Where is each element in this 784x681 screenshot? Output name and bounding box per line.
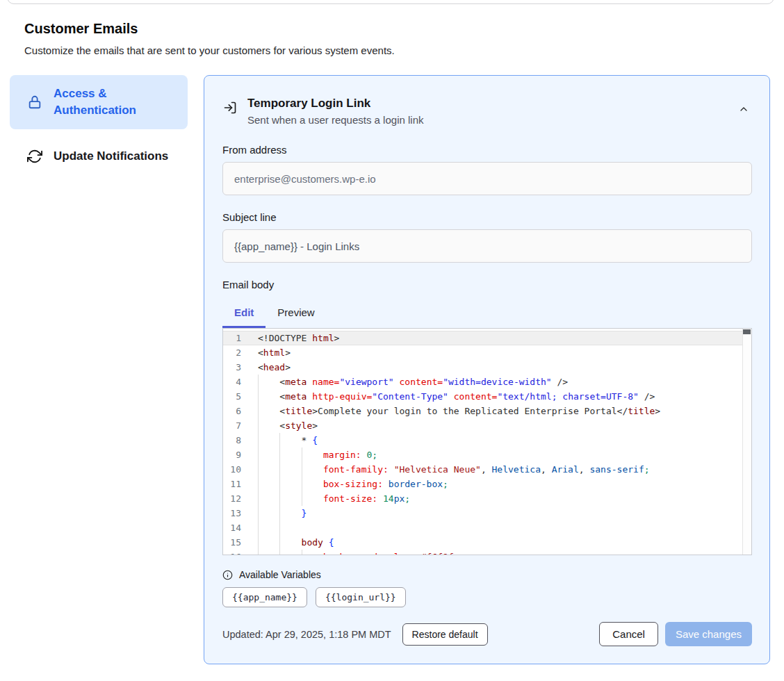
- line-number: 11: [223, 477, 258, 491]
- line-number: 7: [223, 418, 258, 433]
- editor-scrollbar-thumb[interactable]: [743, 329, 751, 334]
- code-line: 3<head>: [223, 360, 742, 375]
- temporary-login-link-panel: Temporary Login Link Sent when a user re…: [204, 75, 770, 664]
- email-types-sidebar: Access & AuthenticationUpdate Notificati…: [10, 75, 188, 174]
- tab-preview[interactable]: Preview: [266, 300, 326, 328]
- line-number: 1: [223, 331, 258, 345]
- email-body-label: Email body: [222, 279, 752, 290]
- sidebar-item-label: Access & Authentication: [54, 85, 177, 119]
- line-number: 16: [223, 550, 258, 555]
- cancel-button[interactable]: Cancel: [599, 622, 658, 646]
- from-address-label: From address: [222, 144, 752, 156]
- code-line: 11box-sizing: border-box;: [223, 477, 742, 491]
- panel-subtitle: Sent when a user requests a login link: [247, 112, 423, 128]
- panel-footer: Updated: Apr 29, 2025, 1:18 PM MDT Resto…: [222, 622, 752, 646]
- code-lines: 1<!DOCTYPE html>2<html>3<head>4<meta nam…: [223, 329, 742, 555]
- line-number: 6: [223, 404, 258, 418]
- code-line: 1<!DOCTYPE html>: [223, 331, 742, 345]
- updated-timestamp: Updated: Apr 29, 2025, 1:18 PM MDT: [222, 629, 391, 640]
- code-line: 16background-color: #f6f9fc;: [223, 550, 742, 555]
- page-header: Customer Emails Customize the emails tha…: [24, 21, 760, 56]
- available-variables-label: Available Variables: [239, 569, 321, 580]
- code-line: 7<style>: [223, 418, 742, 433]
- restore-default-button[interactable]: Restore default: [402, 623, 488, 646]
- email-body-tabs: EditPreview: [222, 300, 752, 328]
- line-number: 9: [223, 448, 258, 462]
- line-number: 14: [223, 520, 258, 535]
- tab-edit[interactable]: Edit: [222, 300, 266, 328]
- available-variables-row: Available Variables: [222, 569, 752, 580]
- from-address-input[interactable]: [222, 162, 752, 195]
- code-line: 10font-family: "Helvetica Neue", Helveti…: [223, 462, 742, 477]
- page-title: Customer Emails: [24, 21, 760, 37]
- panel-header: Temporary Login Link Sent when a user re…: [222, 95, 752, 128]
- code-line: 15body {: [223, 535, 742, 550]
- email-body-code-editor[interactable]: 1<!DOCTYPE html>2<html>3<head>4<meta nam…: [222, 328, 752, 555]
- line-number: 8: [223, 433, 258, 448]
- sidebar-item-access-authentication[interactable]: Access & Authentication: [10, 75, 188, 129]
- log-in-icon: [223, 101, 238, 116]
- lock-icon: [26, 94, 43, 110]
- line-number: 12: [223, 491, 258, 506]
- code-line: 8* {: [223, 433, 742, 448]
- code-line: 14: [223, 520, 742, 535]
- line-number: 3: [223, 360, 258, 375]
- code-line: 13}: [223, 506, 742, 520]
- editor-scrollbar[interactable]: [742, 329, 751, 555]
- previous-section-card: [7, 0, 774, 4]
- panel-title: Temporary Login Link: [247, 95, 423, 112]
- code-line: 5<meta http-equiv="Content-Type" content…: [223, 389, 742, 404]
- line-number: 2: [223, 345, 258, 360]
- collapse-section-button[interactable]: [735, 101, 752, 120]
- line-number: 15: [223, 535, 258, 550]
- line-number: 13: [223, 506, 258, 520]
- code-line: 4<meta name="viewport" content="width=de…: [223, 375, 742, 389]
- code-line: 2<html>: [223, 345, 742, 360]
- line-number: 10: [223, 462, 258, 477]
- code-line: 6<title>Complete your login to the Repli…: [223, 404, 742, 418]
- variable-chips: {{app_name}}{{login_url}}: [222, 587, 752, 607]
- chevron-up-icon: [738, 106, 749, 117]
- subject-line-input[interactable]: [222, 229, 752, 263]
- subject-line-label: Subject line: [222, 211, 752, 223]
- info-icon: [222, 570, 233, 580]
- variable-chip[interactable]: {{app_name}}: [222, 587, 307, 607]
- variable-chip[interactable]: {{login_url}}: [316, 587, 406, 607]
- save-changes-button[interactable]: Save changes: [665, 622, 752, 646]
- line-number: 5: [223, 389, 258, 404]
- sidebar-item-update-notifications[interactable]: Update Notifications: [10, 138, 188, 174]
- code-line: 9margin: 0;: [223, 448, 742, 462]
- refresh-icon: [26, 148, 43, 165]
- line-number: 4: [223, 375, 258, 389]
- sidebar-item-label: Update Notifications: [54, 148, 177, 165]
- page-subtitle: Customize the emails that are sent to yo…: [24, 44, 760, 56]
- code-line: 12font-size: 14px;: [223, 491, 742, 506]
